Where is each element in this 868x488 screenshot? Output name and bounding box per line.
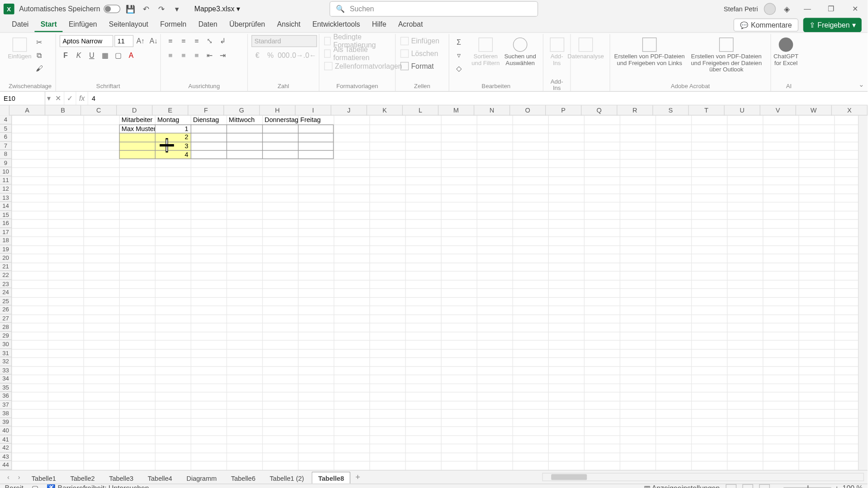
font-size-combo[interactable]: 11 <box>114 35 133 47</box>
sheet-tab-tabelle2[interactable]: Tabelle2 <box>64 472 101 483</box>
format-as-table-button[interactable]: Als Tabelle formatieren <box>323 47 392 59</box>
ribbon-tab-start[interactable]: Start <box>34 18 62 33</box>
row-header-20[interactable]: 20 <box>0 253 11 262</box>
sort-filter-button[interactable]: Sortieren und Filtern <box>470 35 502 78</box>
cancel-formula-icon[interactable]: ✕ <box>52 92 64 105</box>
cell-e7[interactable]: 2 <box>155 133 189 141</box>
namebox-dropdown-icon[interactable]: ▾ <box>45 94 52 102</box>
zoom-in-icon[interactable]: + <box>835 484 839 488</box>
row-header-29[interactable]: 29 <box>0 331 11 340</box>
decimal-dec-icon[interactable]: .0← <box>304 49 316 61</box>
col-header-T[interactable]: T <box>689 105 725 115</box>
sheet-tab-tabelle4[interactable]: Tabelle4 <box>141 472 179 483</box>
number-format-combo[interactable]: Standard <box>251 35 317 47</box>
row-header-12[interactable]: 12 <box>0 185 11 193</box>
zoom-level[interactable]: 100 % <box>843 484 863 488</box>
row-header-19[interactable]: 19 <box>0 245 11 253</box>
cell-i5[interactable]: Freitag <box>299 116 334 124</box>
row-header-11[interactable]: 11 <box>0 176 11 184</box>
col-header-G[interactable]: G <box>224 105 260 115</box>
row-header-32[interactable]: 32 <box>0 357 11 366</box>
zoom-out-icon[interactable]: − <box>776 484 780 488</box>
cell-e8[interactable]: 3 <box>155 141 189 150</box>
sheet-nav-next-icon[interactable]: › <box>14 472 24 482</box>
cell-f5[interactable]: Dienstag <box>192 116 226 124</box>
ribbon-tab-daten[interactable]: Daten <box>192 18 223 33</box>
close-button[interactable]: ✕ <box>846 0 864 18</box>
col-header-S[interactable]: S <box>653 105 689 115</box>
decimal-inc-icon[interactable]: .0→ <box>291 49 302 61</box>
col-header-D[interactable]: D <box>117 105 152 115</box>
wrap-text-icon[interactable]: ↲ <box>217 35 229 47</box>
row-header-17[interactable]: 17 <box>0 228 11 236</box>
row-header-23[interactable]: 23 <box>0 280 11 288</box>
zoom-control[interactable]: − + 100 % <box>776 484 863 488</box>
col-header-J[interactable]: J <box>331 105 367 115</box>
underline-button[interactable]: U <box>86 49 98 61</box>
vertical-scrollbar[interactable] <box>858 116 868 470</box>
row-header-31[interactable]: 31 <box>0 349 11 357</box>
ribbon-tab-ansicht[interactable]: Ansicht <box>271 18 307 33</box>
fill-color-icon[interactable]: ▢ <box>112 49 124 61</box>
border-icon[interactable]: ▦ <box>99 49 111 61</box>
col-header-O[interactable]: O <box>510 105 546 115</box>
ribbon-tab-hilfe[interactable]: Hilfe <box>366 18 392 33</box>
col-header-X[interactable]: X <box>832 105 868 115</box>
col-header-I[interactable]: I <box>296 105 331 115</box>
ribbon-tab-einfügen[interactable]: Einfügen <box>63 18 103 33</box>
col-header-N[interactable]: N <box>474 105 510 115</box>
col-header-H[interactable]: H <box>260 105 296 115</box>
row-header-6[interactable]: 6 <box>0 133 11 141</box>
cut-icon[interactable]: ✂ <box>33 36 45 48</box>
cell-e9[interactable]: 4 <box>155 150 189 159</box>
row-header-8[interactable]: 8 <box>0 150 11 159</box>
row-header-43[interactable]: 43 <box>0 452 11 461</box>
sheet-tab-tabelle6[interactable]: Tabelle6 <box>224 472 262 483</box>
row-header-38[interactable]: 38 <box>0 409 11 418</box>
align-middle-icon[interactable]: ≡ <box>178 35 189 47</box>
horizontal-scrollbar[interactable] <box>542 473 864 481</box>
cell-e5[interactable]: Montag <box>156 116 190 124</box>
row-header-5[interactable]: 5 <box>0 124 11 133</box>
row-header-40[interactable]: 40 <box>0 427 11 435</box>
col-header-R[interactable]: R <box>617 105 653 115</box>
align-center-icon[interactable]: ≡ <box>178 49 189 61</box>
fill-icon[interactable]: ▿ <box>453 49 465 61</box>
row-header-36[interactable]: 36 <box>0 392 11 400</box>
formula-input[interactable]: 4 <box>88 95 99 102</box>
file-name[interactable]: Mappe3.xlsx ▾ <box>194 5 240 13</box>
sheet-tab-tabelle1[interactable]: Tabelle1 <box>25 472 62 483</box>
row-header-37[interactable]: 37 <box>0 400 11 409</box>
col-header-P[interactable]: P <box>546 105 581 115</box>
chatgpt-button[interactable]: ChatGPT for Excel <box>774 35 797 78</box>
col-header-W[interactable]: W <box>796 105 832 115</box>
minimize-button[interactable]: — <box>798 0 816 18</box>
delete-cells-button[interactable]: Löschen <box>399 47 439 59</box>
ribbon-tab-überprüfen[interactable]: Überprüfen <box>223 18 271 33</box>
font-color-icon[interactable]: A <box>125 49 137 61</box>
redo-icon[interactable]: ↷ <box>156 4 167 14</box>
orientation-icon[interactable]: ⤡ <box>204 35 216 47</box>
col-header-B[interactable]: B <box>45 105 81 115</box>
col-header-A[interactable]: A <box>9 105 45 115</box>
col-header-C[interactable]: C <box>81 105 117 115</box>
font-name-combo[interactable]: Aptos Narrow <box>60 35 113 47</box>
cell-d6[interactable]: Max Mustern <box>120 124 155 133</box>
create-pdf-outlook-button[interactable]: Erstellen von PDF-Dateien und Freigeben … <box>688 35 765 78</box>
align-right-icon[interactable]: ≡ <box>191 49 203 61</box>
col-header-Q[interactable]: Q <box>581 105 617 115</box>
sheet-tab-tabelle3[interactable]: Tabelle3 <box>103 472 140 483</box>
name-box[interactable]: E10 <box>0 92 45 105</box>
row-header-44[interactable]: 44 <box>0 461 11 469</box>
comments-button[interactable]: 💬 Kommentare <box>734 19 798 32</box>
cell-g5[interactable]: Mittwoch <box>227 116 262 124</box>
row-header-4[interactable]: 4 <box>0 116 11 124</box>
currency-icon[interactable]: € <box>251 49 263 61</box>
row-header-13[interactable]: 13 <box>0 193 11 202</box>
page-layout-view-icon[interactable] <box>742 484 753 488</box>
col-header-F[interactable]: F <box>188 105 224 115</box>
row-header-26[interactable]: 26 <box>0 305 11 314</box>
search-box[interactable]: 🔍 Suchen <box>330 1 538 17</box>
sheet-nav-prev-icon[interactable]: ‹ <box>4 472 13 482</box>
row-header-16[interactable]: 16 <box>0 219 11 228</box>
